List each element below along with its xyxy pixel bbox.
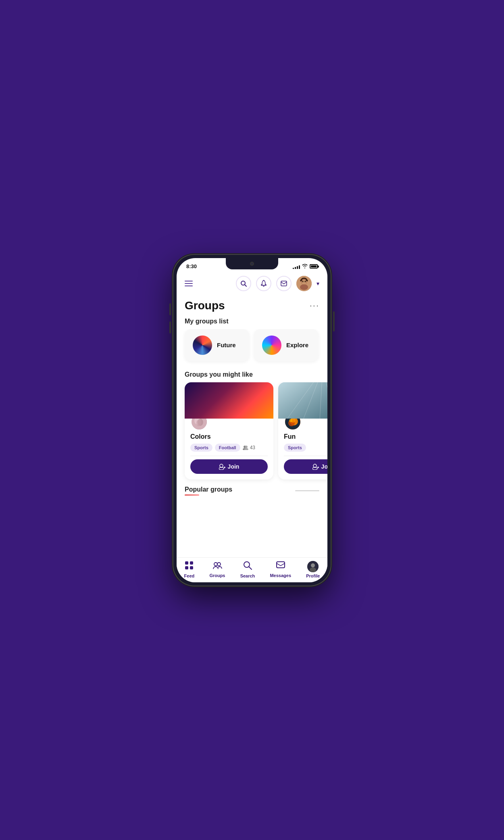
tags-row: Sports Football 43 [190,444,268,452]
svg-point-14 [245,446,248,448]
svg-rect-40 [190,566,193,569]
banner-image [278,382,327,419]
tag-football[interactable]: Football [215,444,240,452]
svg-point-6 [300,284,308,290]
tags-row: Sports [284,444,327,452]
more-options-button[interactable]: ··· [310,300,319,311]
list-item[interactable]: Future [185,329,249,361]
nav-feed-label: Feed [184,573,195,578]
popular-title: Popular groups [185,486,232,493]
bell-icon [260,280,267,287]
join-button[interactable]: Join [284,459,327,474]
chevron-down-icon[interactable]: ▾ [317,280,319,287]
nav-profile-label: Profile [306,573,320,578]
popular-groups-section: Popular groups [177,486,327,504]
join-label: Join [228,463,240,470]
svg-line-44 [249,567,252,569]
svg-point-33 [313,464,317,467]
hamburger-line-2 [185,283,193,284]
messages-button[interactable] [276,276,292,291]
list-item[interactable]: Explore [254,329,319,361]
group-card-body: Colors Sports Football [185,419,273,479]
status-icons [293,264,318,269]
user-avatar[interactable] [296,276,312,291]
nav-search-label: Search [240,573,255,578]
volume-down-button[interactable] [169,321,171,333]
svg-rect-45 [277,562,285,568]
list-item: Fun Sports Join [278,382,327,479]
divider [284,456,327,456]
join-label: Join [321,463,327,470]
hamburger-line-3 [185,286,193,286]
main-content: Groups ··· My groups list Future Explore… [177,295,327,557]
profile-avatar-image [307,561,319,572]
group-name: Colors [190,433,268,440]
svg-point-7 [302,281,304,282]
svg-point-32 [289,419,292,422]
banner-decoration [278,382,327,419]
nav-messages-label: Messages [270,573,291,578]
join-button[interactable]: Join [190,459,268,474]
banner-image [185,382,273,419]
members-count: 43 [243,445,255,450]
group-name: Fun [284,433,327,440]
tag-sports[interactable]: Sports [190,444,212,452]
groups-header: Groups ··· [177,295,327,315]
search-button[interactable] [236,276,251,291]
group-name: Future [217,342,236,348]
group-card-body: Fun Sports Join [278,419,327,479]
popular-separator [295,490,319,491]
nav-messages[interactable]: Messages [270,561,291,578]
group-avatar-explore [262,336,281,355]
group-avatar-future [193,336,212,355]
bottom-navigation: Feed Groups [177,557,327,582]
nav-groups-label: Groups [209,573,225,578]
notch [226,258,278,269]
svg-rect-37 [185,561,188,565]
wifi-icon [302,264,308,269]
svg-point-5 [302,279,306,285]
popular-header: Popular groups [185,486,319,496]
avatar-image [296,276,312,291]
list-item: Colors Sports Football [185,382,273,479]
battery-icon [310,264,318,269]
svg-point-42 [217,563,221,566]
nav-groups[interactable]: Groups [209,561,225,578]
nav-feed[interactable]: Feed [184,561,195,578]
mail-icon [281,281,287,286]
hamburger-line-1 [185,281,193,281]
power-button[interactable] [333,311,335,331]
profile-avatar [307,561,319,572]
signal-bars [293,264,300,269]
svg-point-17 [220,464,223,467]
phone-screen: 8:30 [177,258,327,582]
groups-might-like-list: Colors Sports Football [177,382,327,486]
join-icon [312,463,319,470]
svg-rect-39 [185,566,188,569]
notifications-button[interactable] [256,276,271,291]
search-icon [240,280,247,287]
nav-profile[interactable]: Profile [306,561,320,578]
my-groups-list: Future Explore [177,329,327,368]
join-icon [219,463,225,470]
svg-rect-38 [190,561,193,565]
svg-point-12 [196,420,201,426]
header-actions: ▾ [236,276,319,291]
svg-line-1 [245,285,246,286]
tag-sports-fun[interactable]: Sports [284,444,306,452]
group-banner-fun [278,382,327,419]
member-number: 43 [250,445,255,450]
phone-frame: 8:30 [173,255,331,586]
members-icon [243,445,248,450]
signal-bar-3 [297,266,298,269]
menu-button[interactable] [185,281,193,286]
nav-search[interactable]: Search [240,561,255,578]
signal-bar-1 [293,268,294,269]
app-header: ▾ [177,273,327,295]
group-banner-colors [185,382,273,419]
svg-point-48 [310,567,316,572]
svg-point-20 [219,467,224,470]
page-title: Groups [185,299,225,312]
volume-up-button[interactable] [169,303,171,315]
battery-fill [311,265,317,267]
